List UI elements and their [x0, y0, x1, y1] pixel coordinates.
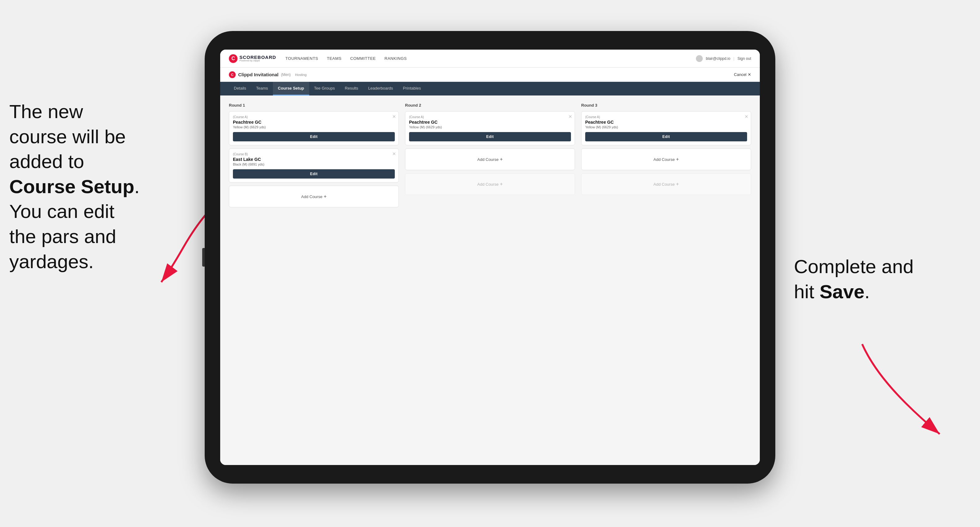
round-1-course-a-delete[interactable]: ✕ [392, 114, 396, 119]
round-3-column: Round 3 ✕ (Course A) Peachtree GC Yellow… [581, 103, 751, 211]
round-1-course-b-tee: Black (M) (6891 yds) [233, 162, 395, 166]
nav-links: TOURNAMENTS TEAMS COMMITTEE RANKINGS [285, 56, 407, 61]
tab-leaderboards[interactable]: Leaderboards [363, 82, 398, 95]
round-3-course-a-label: (Course A) [585, 115, 747, 119]
logo-text: SCOREBOARD Powered by clippd [239, 55, 276, 62]
nav-user-avatar [696, 55, 703, 62]
round-1-course-a-tee: Yellow (M) (6629 yds) [233, 125, 395, 129]
round-2-column: Round 2 ✕ (Course A) Peachtree GC Yellow… [405, 103, 575, 211]
round-2-course-a-label: (Course A) [409, 115, 571, 119]
round-2-add-course-1-plus: + [500, 157, 503, 162]
tournament-title: Clippd Invitational [238, 72, 278, 77]
tournament-logo: C [229, 71, 236, 78]
round-3-course-a-delete[interactable]: ✕ [745, 114, 748, 119]
round-1-add-course-label: Add Course [301, 194, 323, 199]
round-3-title: Round 3 [581, 103, 751, 108]
top-nav: C SCOREBOARD Powered by clippd TOURNAMEN… [220, 49, 760, 68]
tab-printables[interactable]: Printables [398, 82, 426, 95]
round-3-add-course-2-label: Add Course [654, 182, 675, 187]
tab-course-setup[interactable]: Course Setup [273, 82, 309, 95]
tournament-name-group: C Clippd Invitational (Men) Hosting [229, 71, 307, 78]
tournament-gender: (Men) [281, 73, 291, 77]
nav-link-tournaments[interactable]: TOURNAMENTS [285, 56, 318, 61]
round-3-course-a-tee: Yellow (M) (6629 yds) [585, 125, 747, 129]
tournament-bar: C Clippd Invitational (Men) Hosting Canc… [220, 68, 760, 82]
round-3-course-a-edit[interactable]: Edit [585, 132, 747, 141]
round-1-add-course[interactable]: Add Course + [229, 186, 399, 207]
tab-results[interactable]: Results [340, 82, 363, 95]
round-3-add-course-1-plus: + [676, 157, 679, 162]
round-1-course-b-edit[interactable]: Edit [233, 169, 395, 179]
round-2-add-course-1-label: Add Course [477, 157, 499, 162]
round-2-title: Round 2 [405, 103, 575, 108]
nav-user-email: blair@clippd.io [706, 56, 730, 61]
rounds-grid: Round 1 ✕ (Course A) Peachtree GC Yellow… [229, 103, 751, 211]
round-1-title: Round 1 [229, 103, 399, 108]
round-1-course-b-card: ✕ (Course B) East Lake GC Black (M) (689… [229, 149, 399, 183]
round-3-add-course-2: Add Course + [581, 173, 751, 195]
round-2-add-course-1[interactable]: Add Course + [405, 149, 575, 170]
logo-sub: Powered by clippd [239, 60, 276, 62]
logo-icon: C [229, 54, 237, 63]
round-3-course-a-name: Peachtree GC [585, 120, 747, 125]
round-2-course-a-tee: Yellow (M) (6629 yds) [409, 125, 571, 129]
nav-right: blair@clippd.io | Sign out [696, 55, 751, 62]
cancel-button[interactable]: Cancel ✕ [734, 72, 751, 77]
tablet-side-button [202, 248, 205, 267]
round-1-course-b-label: (Course B) [233, 152, 395, 156]
round-2-add-course-2: Add Course + [405, 173, 575, 195]
round-2-course-a-delete[interactable]: ✕ [568, 114, 572, 119]
round-1-course-a-card: ✕ (Course A) Peachtree GC Yellow (M) (66… [229, 111, 399, 145]
round-1-add-course-plus: + [324, 194, 326, 199]
round-1-course-b-name: East Lake GC [233, 157, 395, 162]
nav-divider: | [733, 56, 734, 61]
round-1-course-b-delete[interactable]: ✕ [392, 151, 396, 156]
nav-left-group: C SCOREBOARD Powered by clippd TOURNAMEN… [229, 54, 407, 63]
round-3-add-course-1-label: Add Course [654, 157, 675, 162]
annotation-right: Complete andhit Save. [794, 254, 955, 304]
tab-teams[interactable]: Teams [251, 82, 273, 95]
round-2-course-a-edit[interactable]: Edit [409, 132, 571, 141]
tab-tee-groups[interactable]: Tee Groups [309, 82, 340, 95]
nav-link-committee[interactable]: COMMITTEE [350, 56, 376, 61]
round-2-add-course-2-label: Add Course [477, 182, 499, 187]
logo-main: SCOREBOARD [239, 55, 276, 60]
round-2-course-a-card: ✕ (Course A) Peachtree GC Yellow (M) (66… [405, 111, 575, 145]
main-content: Round 1 ✕ (Course A) Peachtree GC Yellow… [220, 95, 760, 465]
round-1-course-a-name: Peachtree GC [233, 120, 395, 125]
arrow-right [843, 335, 949, 440]
round-3-add-course-1[interactable]: Add Course + [581, 149, 751, 170]
nav-link-teams[interactable]: TEAMS [327, 56, 342, 61]
tablet-frame: C SCOREBOARD Powered by clippd TOURNAMEN… [205, 31, 775, 484]
nav-signout[interactable]: Sign out [738, 56, 751, 61]
round-2-add-course-2-plus: + [500, 181, 503, 187]
round-1-column: Round 1 ✕ (Course A) Peachtree GC Yellow… [229, 103, 399, 211]
sub-tabs: Details Teams Course Setup Tee Groups Re… [220, 82, 760, 95]
round-3-add-course-2-plus: + [676, 181, 679, 187]
round-1-course-a-label: (Course A) [233, 115, 395, 119]
tournament-status: Hosting [295, 73, 306, 76]
round-1-course-a-edit[interactable]: Edit [233, 132, 395, 141]
nav-link-rankings[interactable]: RANKINGS [385, 56, 407, 61]
tablet-screen: C SCOREBOARD Powered by clippd TOURNAMEN… [220, 49, 760, 465]
tab-details[interactable]: Details [229, 82, 251, 95]
round-3-course-a-card: ✕ (Course A) Peachtree GC Yellow (M) (66… [581, 111, 751, 145]
annotation-left-text: The newcourse will beadded toCourse Setu… [9, 101, 140, 272]
round-2-course-a-name: Peachtree GC [409, 120, 571, 125]
annotation-right-text: Complete andhit Save. [794, 256, 914, 302]
nav-logo: C SCOREBOARD Powered by clippd [229, 54, 276, 63]
